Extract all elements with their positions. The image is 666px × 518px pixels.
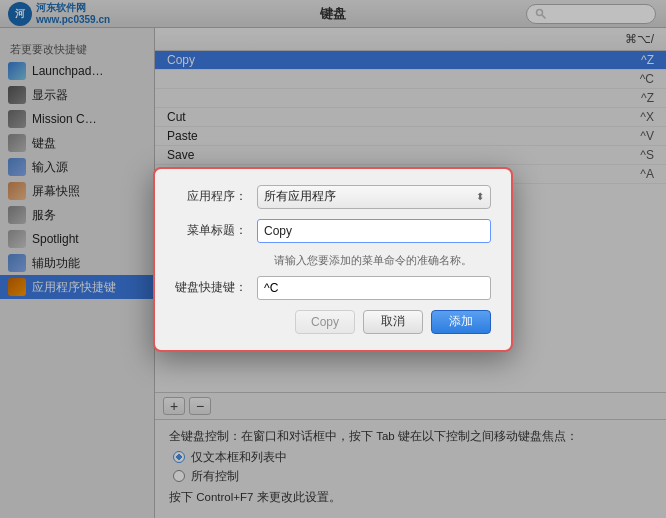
modal-shortcut-label: 键盘快捷键：: [175, 279, 247, 296]
modal-menu-value: Copy: [264, 224, 292, 238]
modal-app-value: 所有应用程序: [264, 188, 336, 205]
modal-shortcut-input[interactable]: ^C: [257, 276, 491, 300]
modal-app-row: 应用程序： 所有应用程序 ⬍: [175, 185, 491, 209]
greyed-copy-button: Copy: [295, 310, 355, 334]
cancel-button[interactable]: 取消: [363, 310, 423, 334]
modal-menu-input[interactable]: Copy: [257, 219, 491, 243]
modal-menu-row: 菜单标题： Copy: [175, 219, 491, 243]
modal-menu-label: 菜单标题：: [175, 222, 247, 239]
add-button[interactable]: 添加: [431, 310, 491, 334]
modal-dialog: 应用程序： 所有应用程序 ⬍ 菜单标题： Copy 请输入您要添加的菜单命令的准…: [153, 167, 513, 352]
modal-app-select[interactable]: 所有应用程序 ⬍: [257, 185, 491, 209]
modal-shortcut-row: 键盘快捷键： ^C: [175, 276, 491, 300]
modal-hint: 请输入您要添加的菜单命令的准确名称。: [175, 253, 491, 268]
modal-overlay: 应用程序： 所有应用程序 ⬍ 菜单标题： Copy 请输入您要添加的菜单命令的准…: [0, 0, 666, 518]
modal-buttons: Copy 取消 添加: [175, 310, 491, 334]
modal-shortcut-value: ^C: [264, 281, 278, 295]
modal-app-label: 应用程序：: [175, 188, 247, 205]
chevron-down-icon: ⬍: [476, 191, 484, 202]
